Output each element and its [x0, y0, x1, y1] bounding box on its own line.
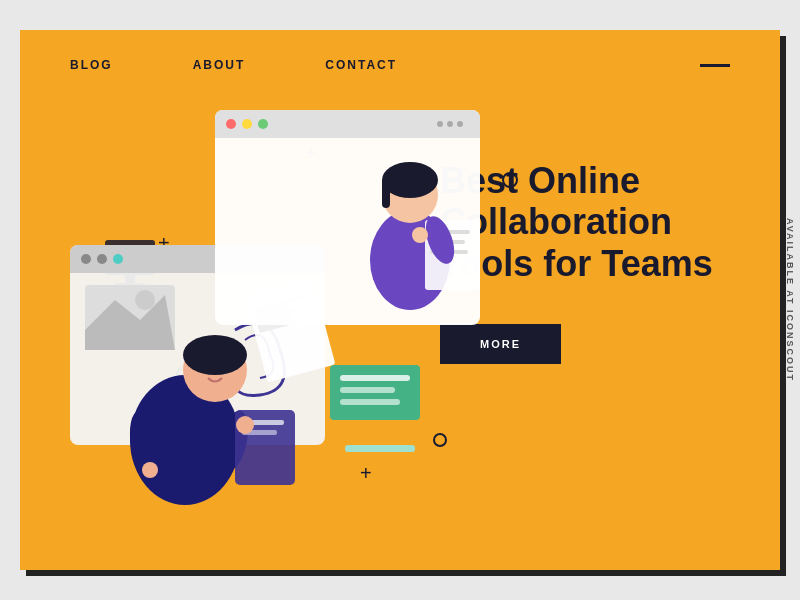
illustration-svg: + + +	[50, 100, 570, 550]
svg-point-14	[81, 254, 91, 264]
svg-point-36	[447, 121, 453, 127]
svg-point-51	[183, 335, 247, 375]
svg-point-15	[97, 254, 107, 264]
right-side-label: AVAILABLE AT ICONSCOUT	[785, 218, 795, 382]
svg-rect-41	[382, 178, 390, 208]
svg-text:+: +	[360, 462, 372, 484]
svg-rect-9	[345, 445, 415, 452]
svg-point-8	[434, 434, 446, 446]
svg-point-32	[226, 119, 236, 129]
menu-icon[interactable]	[700, 64, 730, 67]
nav-about[interactable]: ABOUT	[193, 58, 246, 72]
svg-point-48	[412, 227, 428, 243]
nav-blog[interactable]: BLOG	[70, 58, 113, 72]
svg-point-58	[142, 462, 158, 478]
svg-rect-27	[340, 387, 395, 393]
svg-point-34	[258, 119, 268, 129]
navbar: BLOG ABOUT CONTACT	[20, 30, 780, 100]
illustration-area: + + +	[50, 100, 570, 550]
nav-contact[interactable]: CONTACT	[325, 58, 397, 72]
svg-rect-28	[340, 399, 400, 405]
svg-point-35	[437, 121, 443, 127]
svg-point-37	[457, 121, 463, 127]
svg-point-7	[503, 173, 517, 187]
main-card: BLOG ABOUT CONTACT Best Online Collabora…	[20, 30, 780, 570]
svg-rect-29	[215, 110, 480, 325]
svg-point-19	[135, 290, 155, 310]
svg-point-16	[113, 254, 123, 264]
svg-point-40	[382, 162, 438, 198]
svg-point-57	[236, 416, 254, 434]
svg-rect-26	[340, 375, 410, 381]
main-content: Best Online Collaboration Tools for Team…	[20, 100, 780, 570]
svg-point-33	[242, 119, 252, 129]
